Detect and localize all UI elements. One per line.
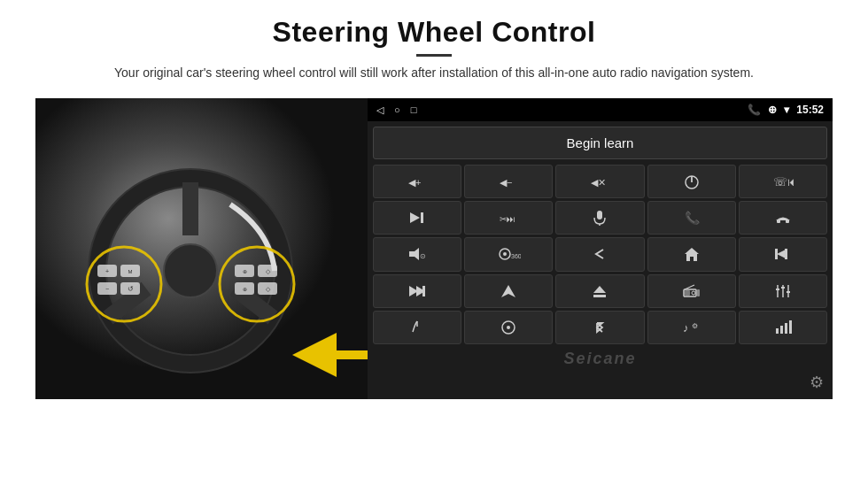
- learn-btn[interactable]: [373, 311, 461, 344]
- back-icon: ◁: [376, 104, 384, 116]
- page-container: Steering Wheel Control Your original car…: [0, 0, 868, 485]
- subtitle: Your original car's steering wheel contr…: [114, 64, 754, 82]
- speaker-btn[interactable]: ⊙: [373, 237, 461, 271]
- next-track-btn[interactable]: [373, 201, 461, 235]
- svg-text:M: M: [128, 269, 133, 274]
- svg-rect-33: [421, 212, 423, 223]
- svg-text:◀−: ◀−: [500, 177, 512, 188]
- vol-up-btn[interactable]: ◀+: [373, 165, 461, 198]
- svg-text:⚙: ⚙: [692, 322, 698, 330]
- svg-marker-53: [593, 286, 606, 293]
- signal-btn[interactable]: [739, 311, 827, 344]
- svg-text:⊕: ⊕: [243, 269, 247, 274]
- svg-text:♪: ♪: [683, 321, 689, 335]
- svg-marker-32: [410, 212, 420, 223]
- svg-point-57: [692, 291, 695, 295]
- android-statusbar: ◁ ○ □ 📞 ⊕ ▾ 15:52: [368, 98, 833, 121]
- svg-rect-39: [786, 219, 789, 223]
- svg-point-43: [503, 252, 507, 256]
- svg-rect-35: [597, 211, 602, 219]
- hangup-btn[interactable]: [739, 201, 827, 235]
- bluetooth-btn[interactable]: [555, 311, 644, 344]
- svg-text:−: −: [105, 286, 109, 292]
- svg-marker-45: [685, 248, 699, 261]
- recents-icon: □: [411, 104, 417, 115]
- svg-text:↺: ↺: [128, 285, 134, 293]
- svg-text:⊕: ⊕: [243, 287, 247, 292]
- power-btn[interactable]: [647, 165, 736, 198]
- home-soft-icon: ○: [394, 104, 400, 115]
- svg-marker-40: [409, 248, 419, 260]
- cam360-btn[interactable]: 360°: [464, 237, 553, 271]
- wifi-icon: ▾: [784, 104, 789, 116]
- svg-rect-74: [789, 320, 792, 334]
- gear-bottom: ⚙: [373, 373, 827, 394]
- music-btn[interactable]: ♪ ⚙: [647, 311, 736, 344]
- svg-rect-56: [685, 290, 690, 296]
- menu-btn[interactable]: [464, 311, 553, 344]
- statusbar-left: ◁ ○ □: [376, 104, 416, 116]
- vol-down-btn[interactable]: ◀−: [464, 165, 553, 198]
- svg-rect-54: [593, 295, 606, 297]
- svg-marker-52: [501, 285, 515, 297]
- prev-call-btn[interactable]: ☏⏮: [739, 165, 827, 198]
- nav-btn[interactable]: [464, 274, 553, 308]
- svg-point-6: [164, 244, 217, 297]
- page-title: Steering Wheel Control: [114, 16, 754, 49]
- home-nav-btn[interactable]: [647, 237, 736, 271]
- clock: 15:52: [796, 104, 824, 116]
- steering-wheel-svg: + M − ↺ ⊕ ◇ ⊕ ◇: [35, 98, 368, 399]
- svg-rect-48: [785, 249, 787, 259]
- ffwd-btn[interactable]: [373, 274, 461, 308]
- car-image: + M − ↺ ⊕ ◇ ⊕ ◇: [35, 98, 368, 399]
- title-section: Steering Wheel Control Your original car…: [114, 16, 754, 93]
- svg-rect-73: [785, 323, 787, 334]
- statusbar-right: 📞 ⊕ ▾ 15:52: [748, 104, 824, 116]
- radio-btn[interactable]: [647, 274, 736, 308]
- back-nav-btn[interactable]: [555, 237, 644, 271]
- svg-rect-71: [776, 328, 779, 334]
- gps-icon: ⊕: [768, 104, 777, 116]
- svg-rect-59: [697, 289, 700, 296]
- settings-icon[interactable]: ⚙: [810, 373, 824, 392]
- content-area: + M − ↺ ⊕ ◇ ⊕ ◇: [35, 98, 833, 399]
- call-btn[interactable]: 📞: [647, 201, 736, 235]
- title-divider: [416, 54, 452, 57]
- eject-btn[interactable]: [555, 274, 644, 308]
- svg-text:360°: 360°: [511, 253, 521, 259]
- svg-text:☏⏮: ☏⏮: [773, 175, 794, 189]
- begin-learn-button[interactable]: Begin learn: [373, 127, 827, 159]
- equalizer-btn[interactable]: [739, 274, 827, 308]
- phone-icon: 📞: [748, 104, 761, 116]
- svg-point-68: [507, 326, 510, 329]
- svg-text:◀+: ◀+: [408, 177, 421, 188]
- icon-grid: ◀+ ◀− ◀✕: [373, 165, 827, 344]
- mute-btn[interactable]: ◀✕: [555, 165, 644, 198]
- seek-fwd-btn[interactable]: ✂⏭: [464, 201, 553, 235]
- android-unit: ◁ ○ □ 📞 ⊕ ▾ 15:52 Begin learn ◀+: [368, 98, 833, 399]
- svg-rect-72: [780, 326, 783, 334]
- svg-text:⊙: ⊙: [420, 252, 426, 260]
- watermark: Seicane: [373, 348, 827, 369]
- android-content: Begin learn ◀+ ◀− ◀✕: [368, 121, 833, 399]
- svg-text:◀✕: ◀✕: [591, 177, 606, 188]
- svg-text:📞: 📞: [685, 211, 701, 226]
- rewind-btn[interactable]: [739, 237, 827, 271]
- svg-text:+: +: [105, 268, 109, 274]
- mic-btn[interactable]: [555, 201, 644, 235]
- svg-text:✂⏭: ✂⏭: [500, 214, 515, 224]
- svg-rect-38: [777, 219, 780, 223]
